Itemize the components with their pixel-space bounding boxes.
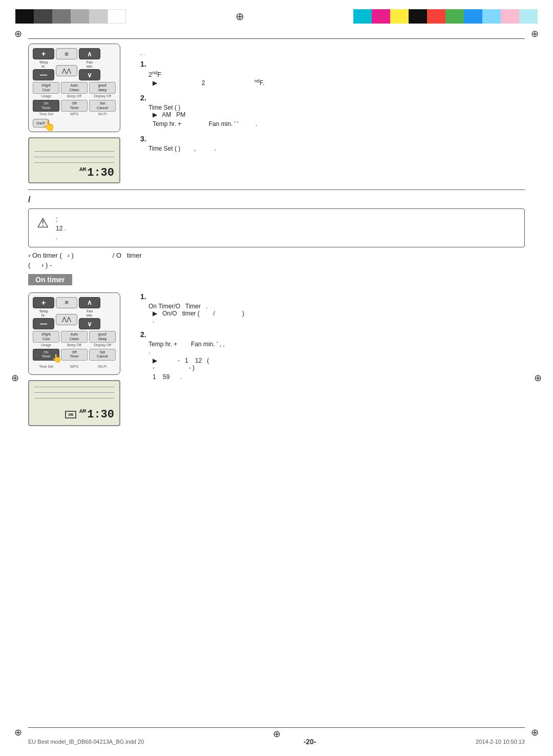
set-cancel-btn[interactable]: SetCancel	[89, 100, 116, 112]
fan-icon2: ⋀⋀	[62, 316, 71, 323]
on-timer-step-2-arrow-detail: - - )	[140, 364, 525, 371]
warning-colon: :	[56, 215, 66, 223]
cb-lightblue	[482, 9, 501, 24]
step-2-detail: Temp hr. + Fan min. ' ' .	[140, 120, 525, 128]
step-2-content: Time Set ( )	[140, 104, 525, 111]
cb-darkgray	[34, 9, 52, 24]
lcd-line-2-2	[34, 392, 114, 393]
fan-min-col2: ∧ Fanmin. ∨	[79, 297, 100, 329]
step-2: 2. Time Set ( ) ▶ AM PM Temp hr. + Fan m…	[140, 94, 525, 128]
on-timer-step-2-text: Temp hr. + Fan min. ' , ,	[140, 341, 525, 348]
on-timer-intro2: ( › ) -	[28, 261, 525, 269]
reg-mark-midleft: ⊕	[11, 372, 19, 384]
auto-clean-btn[interactable]: AutoClean	[61, 82, 88, 94]
lcd-time-value-1: 1:30	[87, 166, 114, 179]
warning-icon: ⚠	[37, 215, 49, 231]
cb-yellow	[390, 9, 409, 24]
minus-icon2: —	[40, 320, 47, 328]
plus-icon2: +	[41, 299, 46, 307]
off-timer-btn2[interactable]: OffTimer	[61, 349, 88, 361]
wps-label: WPS	[61, 112, 88, 116]
off-timer-btn[interactable]: OffTimer	[61, 100, 88, 112]
on-timer-step-2-arrow: ▶ - 1 12 (	[140, 357, 525, 364]
lcd-display-1: AM 1:30	[28, 137, 128, 183]
fan-icon-btn[interactable]: ⋀⋀	[56, 65, 77, 76]
lcd-screen-1: AM 1:30	[28, 137, 120, 183]
fan-down-btn2[interactable]: ∨	[79, 318, 100, 329]
lcd-screen-2: ON AM 1:30	[28, 380, 120, 426]
fan-up-btn2[interactable]: ∧	[79, 297, 100, 308]
on-timer-label: On timer	[28, 274, 72, 285]
fan-min-label2: Fanmin.	[79, 309, 100, 317]
beep-off-label: Beep Off	[61, 94, 88, 98]
cb-verylightgray	[89, 9, 108, 24]
temp-hr-col2: + Temphr. —	[33, 297, 54, 329]
hand-icon: 👆	[42, 119, 55, 132]
dlight-cool-btn[interactable]: d'lightCool	[33, 82, 59, 94]
on-timer-btn[interactable]: OnTimer	[33, 100, 59, 112]
lcd-ampm-2: AM	[79, 408, 86, 414]
on-off-timer-header: /	[28, 195, 525, 204]
hand-icon2: 👆	[52, 353, 62, 363]
usage-label2: Usage	[33, 343, 59, 347]
time-set-label2: Time Set	[33, 365, 59, 368]
fan-icon: ⋀⋀	[62, 68, 71, 74]
lcd-line-1	[34, 151, 114, 152]
lcd-time-value-2: 1:30	[87, 408, 114, 421]
on-timer-step-1-detail: .	[140, 317, 525, 324]
temp-minus-btn2[interactable]: —	[33, 318, 54, 329]
reg-mark-bottomleft: ⊕	[14, 727, 22, 738]
warning-text2: .	[56, 234, 66, 241]
step-1-num: 1.	[140, 60, 525, 68]
cb-white	[108, 9, 126, 24]
lcd-ampm-1: AM	[79, 166, 86, 173]
icon-col: ≡ ⋀⋀	[56, 48, 77, 80]
warning-box: ⚠ : 12 . .	[28, 208, 525, 247]
section-time-set: + Temphr. — ≡ ⋀⋀	[28, 44, 525, 183]
usage-row: Usage Beep Off Display Off	[33, 94, 116, 98]
remote-diagram-2: + Temphr. — ≡ ⋀⋀	[28, 292, 120, 375]
set-cancel-btn2[interactable]: SetCancel	[89, 349, 116, 361]
temp-minus-btn[interactable]: —	[33, 69, 54, 80]
on-timer-step-2-detail: .	[140, 348, 525, 355]
lcd-time-1: AM 1:30	[79, 166, 114, 179]
fan-up-icon2: ∧	[87, 299, 92, 306]
remote-diagram-1: + Temphr. — ≡ ⋀⋀	[28, 44, 120, 132]
lcd-lines-2	[34, 385, 114, 400]
list-btn[interactable]: ≡	[56, 48, 77, 59]
on-timer-btn2[interactable]: OnTimer 👆	[33, 349, 59, 361]
fan-icon-btn2[interactable]: ⋀⋀	[56, 314, 77, 325]
plus-icon: +	[41, 50, 46, 58]
list-icon: ≡	[65, 50, 69, 58]
wifi-label2: Wi-Fi	[89, 365, 116, 368]
section-on-timer: + Temphr. — ≡ ⋀⋀	[28, 292, 525, 426]
fan-min-col: ∧ Fanmin. ∨	[79, 48, 100, 80]
bottom-rule	[28, 727, 525, 728]
list-btn2[interactable]: ≡	[56, 297, 77, 308]
color-bar-left	[15, 9, 126, 24]
fan-up-icon: ∧	[87, 50, 92, 58]
color-bar-right	[353, 9, 538, 24]
temp-plus-btn[interactable]: +	[33, 48, 54, 59]
good-sleep-btn[interactable]: good'sleep	[89, 82, 116, 94]
icon-col2: ≡ ⋀⋀	[56, 297, 77, 329]
lcd-line-2-1	[34, 387, 114, 387]
step-2-arrow: ▶ AM PM	[140, 111, 525, 118]
cb-lightgray	[71, 9, 89, 24]
step-3: 3. Time Set ( ) , .	[140, 135, 525, 152]
on-timer-label-wrapper: On timer	[28, 272, 525, 287]
dlight-cool-btn2[interactable]: d'lightCool	[33, 331, 59, 343]
on-timer-step-1-arrow: ▶ On/O timer ( / )	[140, 310, 525, 317]
temp-plus-btn2[interactable]: +	[33, 297, 54, 308]
lcd-on-indicator: ON	[65, 411, 76, 418]
lcd-line-2	[34, 157, 114, 157]
color-bars: ⊕	[0, 9, 553, 24]
reg-mark-bottomright: ⊕	[531, 727, 539, 738]
fan-down-btn[interactable]: ∨	[79, 69, 100, 80]
good-sleep-btn2[interactable]: good'sleep	[89, 331, 116, 343]
timerset-row: Time Set WPS Wi-Fi	[33, 112, 116, 116]
second-f-sup: 2nd	[36, 121, 42, 125]
auto-clean-btn2[interactable]: AutoClean	[61, 331, 88, 343]
fan-up-btn[interactable]: ∧	[79, 48, 100, 59]
reg-mark-midright: ⊕	[534, 372, 542, 384]
